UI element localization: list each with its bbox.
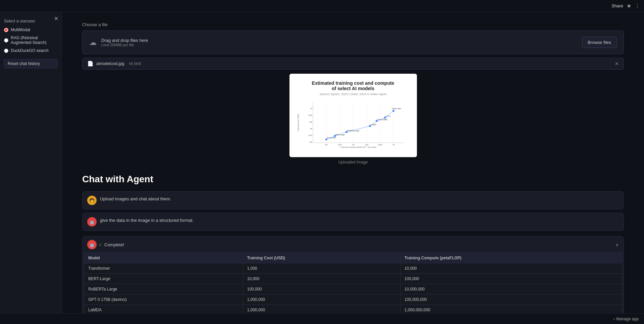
- svg-text:1M: 1M: [310, 128, 312, 130]
- top-bar: Share ★ ⋮: [0, 0, 644, 12]
- table-cell: GPT-3 175B (davinci): [84, 295, 243, 305]
- radio-item-duckduckgo[interactable]: DuckDuckGO search: [4, 48, 58, 53]
- svg-text:1M: 1M: [352, 144, 354, 146]
- svg-text:10K: 10K: [325, 144, 328, 146]
- menu-icon[interactable]: ⋮: [635, 3, 640, 9]
- svg-text:LaMDA: LaMDA: [371, 124, 376, 126]
- chart-subtitle: Source: Epoch, 2023 | Chart: 2024 AI Ind…: [296, 92, 410, 96]
- col-header-cost: Training Cost (USD): [243, 253, 400, 263]
- table-cell: 1,000: [243, 263, 400, 274]
- svg-text:GPT-4: GPT-4: [386, 115, 391, 117]
- radio-duckduckgo[interactable]: [4, 49, 8, 53]
- table-row: LaMDA1,000,0001,000,000,000: [84, 305, 622, 314]
- dropzone-left: ☁ Drag and drop files here Limit 200MB p…: [89, 38, 148, 47]
- svg-text:Gemini Ultra: Gemini Ultra: [392, 108, 401, 110]
- top-bar-actions: Share ★ ⋮: [611, 3, 640, 9]
- col-header-compute: Training Compute (petaFLOP): [400, 253, 622, 263]
- browse-files-button[interactable]: Browse files: [582, 37, 617, 48]
- table-row: Transformer1,00010,000: [84, 263, 622, 274]
- check-icon: ✓: [99, 242, 102, 247]
- manage-app-label: Manage app: [616, 317, 639, 321]
- choose-file-label: Choose a file: [82, 22, 624, 27]
- radio-group: MultiModal RAG (Retreival Augmented Sear…: [4, 27, 58, 53]
- dropzone-main-text: Drag and drop files here: [101, 38, 148, 43]
- svg-text:10K: 10K: [309, 141, 313, 143]
- radio-label-multimodal: MultiModal: [11, 27, 30, 32]
- svg-text:10M: 10M: [309, 121, 312, 123]
- chat-message-1: 🧑 Upload images and chat about them.: [82, 191, 624, 209]
- radio-rag[interactable]: [4, 38, 8, 43]
- radio-item-rag[interactable]: RAG (Retreival Augmented Search): [4, 36, 58, 45]
- file-remove-icon[interactable]: ✕: [615, 61, 619, 66]
- manage-app-button[interactable]: ‹ Manage app: [613, 317, 639, 321]
- col-header-model: Model: [84, 253, 243, 263]
- table-cell: BERT-Large: [84, 274, 243, 284]
- file-size: 64.5KB: [129, 62, 141, 66]
- share-button[interactable]: Share: [611, 3, 623, 8]
- table-cell: 10,000: [243, 274, 400, 284]
- back-icon: ‹: [613, 317, 615, 321]
- svg-text:100K: 100K: [338, 144, 342, 146]
- svg-text:100K: 100K: [308, 134, 312, 136]
- image-preview-wrapper: Estimated training cost and computeof se…: [289, 74, 417, 157]
- table-cell: LaMDA: [84, 305, 243, 314]
- svg-text:1B: 1B: [310, 108, 312, 110]
- upload-cloud-icon: ☁: [89, 38, 97, 47]
- table-cell: 100,000: [243, 284, 400, 295]
- dropzone: ☁ Drag and drop files here Limit 200MB p…: [82, 30, 624, 54]
- table-cell: 10,000,000: [400, 284, 622, 295]
- file-name: aimodelcost.jpg: [96, 61, 124, 66]
- table-cell: 100,000,000: [400, 295, 622, 305]
- close-icon[interactable]: ✕: [54, 15, 58, 22]
- chat-message-2: 🤖 give the data in the image in a struct…: [82, 213, 624, 231]
- radio-label-duckduckgo: DuckDuckGO search: [11, 48, 49, 53]
- chart-title: Estimated training cost and computeof se…: [296, 80, 410, 91]
- table-cell: 1,000,000: [243, 295, 400, 305]
- star-icon[interactable]: ★: [627, 3, 631, 9]
- dropzone-sub-text: Limit 200MB per file: [101, 43, 148, 47]
- table-row: BERT-Large10,000100,000: [84, 274, 622, 284]
- svg-text:10M: 10M: [365, 144, 368, 146]
- svg-text:Training compute (petaFLOP - l: Training compute (petaFLOP - log scale): [340, 146, 376, 148]
- radio-multimodal[interactable]: [4, 28, 8, 32]
- radio-label-rag: RAG (Retreival Augmented Search): [11, 36, 58, 45]
- table-cell: RoBERTa Large: [84, 284, 243, 295]
- content-area: Choose a file ☁ Drag and drop files here…: [62, 12, 644, 313]
- file-item-left: 📄 aimodelcost.jpg 64.5KB: [87, 61, 141, 67]
- reset-chat-button[interactable]: Reset chat history: [4, 59, 58, 68]
- chart-svg: Training cost (USD) Training compute (pe…: [296, 99, 410, 149]
- svg-text:Training cost (USD): Training cost (USD): [297, 114, 299, 131]
- svg-text:100M: 100M: [308, 114, 312, 116]
- table-cell: 100,000: [400, 274, 622, 284]
- chat-text-2: give the data in the image in a structur…: [100, 217, 619, 224]
- table-cell: 1,000,000,000: [400, 305, 622, 314]
- dropzone-text-group: Drag and drop files here Limit 200MB per…: [101, 38, 148, 47]
- complete-header[interactable]: 🤖 ✓ Complete! ∨: [83, 237, 624, 253]
- sidebar-section-title: Select a usecase:: [4, 19, 58, 23]
- radio-item-multimodal[interactable]: MultiModal: [4, 27, 58, 32]
- avatar-bot-2: 🤖: [87, 217, 97, 226]
- svg-text:1B: 1B: [392, 144, 394, 146]
- main-layout: ✕ Select a usecase: MultiModal RAG (Retr…: [0, 12, 644, 313]
- chat-text-1: Upload images and chat about them.: [100, 196, 619, 202]
- chat-messages: 🧑 Upload images and chat about them. 🤖 g…: [82, 191, 624, 231]
- table-cell: 1,000,000: [243, 305, 400, 314]
- svg-text:100M: 100M: [378, 144, 382, 146]
- table-row: GPT-3 175B (davinci)1,000,000100,000,000: [84, 295, 622, 305]
- data-table: Model Training Cost (USD) Training Compu…: [84, 253, 622, 313]
- table-cell: Transformer: [84, 263, 243, 274]
- complete-badge: 🤖 ✓ Complete!: [87, 240, 124, 249]
- chat-title: Chat with Agent: [82, 174, 624, 185]
- avatar-user-1: 🧑: [87, 196, 97, 205]
- file-type-icon: 📄: [87, 61, 94, 67]
- avatar-bot-complete: 🤖: [87, 240, 97, 249]
- table-row: RoBERTa Large100,00010,000,000: [84, 284, 622, 295]
- chevron-down-icon: ∨: [615, 242, 619, 247]
- sidebar: ✕ Select a usecase: MultiModal RAG (Retr…: [0, 12, 62, 313]
- table-container: Model Training Cost (USD) Training Compu…: [83, 253, 624, 313]
- svg-text:PaLM (540B): PaLM (540B): [377, 119, 387, 121]
- complete-wrapper: 🤖 ✓ Complete! ∨ Model Training Cost (USD…: [82, 236, 624, 313]
- file-item: 📄 aimodelcost.jpg 64.5KB ✕: [82, 58, 624, 70]
- bottom-bar: ‹ Manage app: [0, 313, 644, 324]
- uploaded-label: Uploaded Image: [82, 160, 624, 165]
